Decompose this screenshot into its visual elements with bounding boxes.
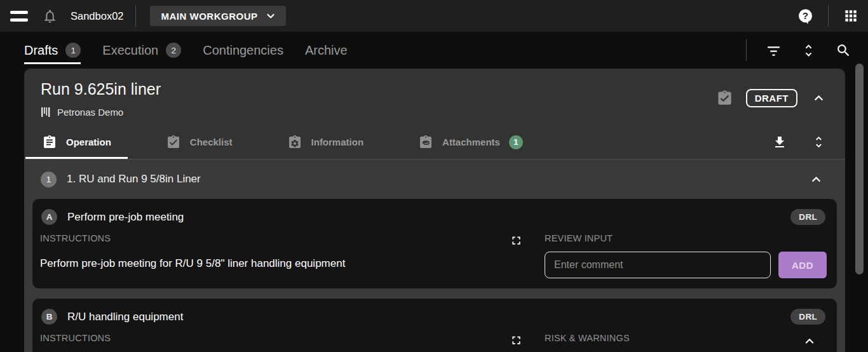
subtab-label: Attachments [442, 137, 500, 147]
main-tab-bar: Drafts 1 Execution 2 Contingencies Archi… [0, 32, 868, 69]
review-input-label: REVIEW INPUT [545, 233, 827, 243]
task-card-b: B R/U handling equipment DRL INSTRUCTION… [32, 299, 837, 352]
attachments-clipboard-icon [418, 135, 433, 150]
app-name: Sandbox02 [71, 10, 124, 22]
subtab-operation[interactable]: Operation [24, 125, 129, 159]
procedure-subtabs: Operation Checklist Information [24, 125, 845, 159]
tab-label: Archive [305, 43, 348, 58]
task-title: Perform pre-job meeting [67, 211, 184, 224]
scrollbar-thumb[interactable] [855, 64, 864, 274]
workgroup-label: MAIN WORKGROUP [161, 11, 258, 22]
chevron-down-icon [264, 10, 277, 22]
attachments-count-badge: 1 [509, 135, 523, 149]
subtab-label: Information [311, 137, 364, 147]
rig-icon [41, 107, 51, 118]
app-screen: Sandbox02 MAIN WORKGROUP ? Drafts 1 [0, 0, 868, 352]
operation-section: 1 1. RU and Run 9 5/8in Liner A Perform … [24, 159, 845, 352]
filter-icon[interactable] [766, 43, 782, 58]
fullscreen-icon[interactable] [510, 234, 523, 247]
task-letter-badge: B [41, 309, 57, 325]
download-icon[interactable] [772, 135, 787, 150]
task-title: R/U handling equipment [67, 311, 183, 323]
checklist-clipboard-icon [166, 135, 181, 150]
procedure-title: Run 9.625in liner [41, 80, 829, 98]
section-number-badge: 1 [41, 172, 57, 187]
procedure-header: Run 9.625in liner Petronas Demo DRAFT [24, 69, 845, 125]
instructions-text: Perform pre-job meeting for R/U 9 5/8" l… [40, 257, 487, 270]
apps-grid-icon[interactable] [843, 8, 859, 24]
subtab-attachments[interactable]: Attachments 1 [400, 125, 541, 159]
subtab-label: Checklist [190, 137, 233, 147]
subtab-checklist[interactable]: Checklist [148, 125, 250, 159]
fullscreen-icon[interactable] [510, 334, 523, 347]
tab-execution[interactable]: Execution 2 [102, 32, 181, 69]
clipboard-check-icon [716, 90, 733, 107]
workgroup-selector[interactable]: MAIN WORKGROUP [150, 6, 286, 26]
tabbar-divider [746, 39, 747, 61]
notifications-bell-icon[interactable] [42, 8, 58, 24]
section-header: 1 1. RU and Run 9 5/8in Liner [24, 159, 845, 199]
tab-archive[interactable]: Archive [305, 32, 348, 69]
operation-clipboard-icon [42, 135, 57, 150]
collapse-chevron-up-icon[interactable] [810, 90, 827, 107]
comment-input[interactable] [545, 252, 771, 278]
tab-count-badge: 1 [65, 43, 81, 58]
procedure-card: Run 9.625in liner Petronas Demo DRAFT [24, 69, 845, 352]
tab-label: Execution [102, 43, 158, 58]
tab-label: Drafts [24, 43, 58, 58]
task-card-a: A Perform pre-job meeting DRL INSTRUCTIO… [32, 199, 837, 288]
task-discipline-tag: DRL [790, 209, 825, 225]
search-icon[interactable] [836, 43, 851, 58]
unfold-more-icon[interactable] [811, 135, 826, 149]
risk-warnings-label: RISK & WARNINGS [545, 333, 630, 343]
topbar-divider [135, 5, 136, 27]
subtab-label: Operation [66, 137, 111, 147]
unfold-more-icon[interactable] [801, 43, 817, 58]
help-icon[interactable]: ? [797, 8, 814, 25]
tab-label: Contingencies [203, 43, 283, 58]
tab-drafts[interactable]: Drafts 1 [24, 32, 81, 69]
procedure-subtitle: Petronas Demo [57, 107, 123, 118]
task-letter-badge: A [41, 209, 57, 225]
top-bar: Sandbox02 MAIN WORKGROUP ? [0, 0, 868, 32]
section-collapse-chevron-up-icon[interactable] [808, 171, 825, 188]
status-badge: DRAFT [746, 89, 797, 107]
instructions-label: INSTRUCTIONS [40, 333, 487, 343]
task-discipline-tag: DRL [790, 309, 825, 325]
add-comment-button[interactable]: ADD [778, 252, 827, 278]
task-collapse-chevron-up-icon[interactable] [801, 333, 818, 349]
tab-contingencies[interactable]: Contingencies [203, 32, 283, 69]
menu-icon[interactable] [10, 9, 28, 23]
topbar-divider [828, 5, 829, 27]
instructions-label: INSTRUCTIONS [40, 233, 487, 243]
section-title: 1. RU and Run 9 5/8in Liner [67, 173, 201, 186]
subtab-information[interactable]: Information [269, 125, 382, 159]
svg-text:?: ? [803, 10, 808, 21]
information-clipboard-icon [287, 135, 302, 150]
tab-count-badge: 2 [166, 43, 181, 58]
